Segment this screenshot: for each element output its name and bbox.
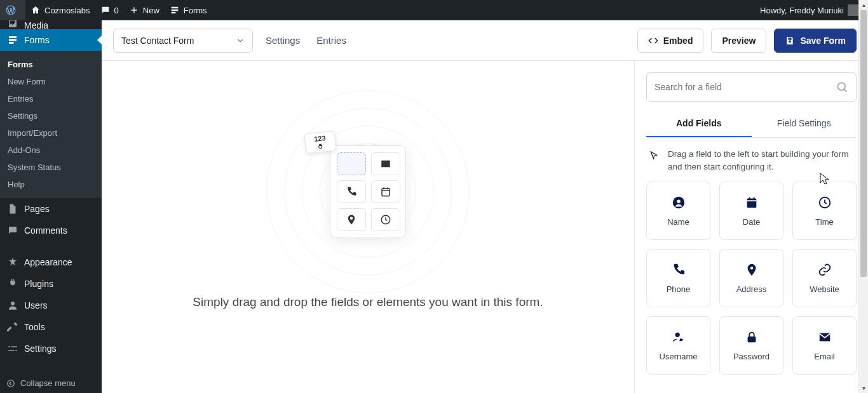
field-card-address[interactable]: Address — [719, 249, 783, 307]
admin-sidebar: Media Forms FormsNew FormEntriesSettings… — [0, 20, 102, 393]
tab-add-fields[interactable]: Add Fields — [646, 112, 752, 137]
canvas-placeholder: 123 — [273, 145, 463, 238]
save-form-button[interactable]: Save Form — [774, 29, 857, 53]
sidebar-item-settings[interactable]: Settings — [0, 338, 102, 359]
field-card-date[interactable]: Date — [719, 182, 783, 240]
field-grid: NameDateTimePhoneAddressWebsiteUsernameP… — [646, 182, 857, 380]
sidebar-item-tools[interactable]: Tools — [0, 316, 102, 338]
forms-adminbar-link[interactable]: Forms — [165, 0, 212, 20]
canvas-instruction: Simply drag and drop the fields or eleme… — [193, 295, 543, 309]
site-name-text: Cozmoslabs — [44, 6, 90, 15]
placeholder-float-tile: 123 — [304, 130, 336, 154]
sidebar-item-media[interactable]: Media — [0, 20, 102, 29]
save-label: Save Form — [800, 36, 846, 46]
sidebar-item-users[interactable]: Users — [0, 295, 102, 316]
chevron-down-icon — [236, 36, 245, 45]
embed-button[interactable]: Embed — [637, 29, 704, 53]
home-icon — [31, 5, 41, 15]
scroll-thumb[interactable] — [860, 10, 867, 277]
placeholder-cell — [337, 180, 366, 203]
sidebar-item-label: Tools — [24, 322, 45, 332]
placeholder-cell — [337, 208, 366, 231]
top-link-entries[interactable]: Entries — [316, 35, 346, 46]
users-icon — [6, 300, 19, 311]
map-pin-icon — [346, 214, 357, 225]
wordpress-icon — [5, 4, 17, 16]
svg-point-10 — [750, 267, 753, 270]
save-icon — [785, 36, 795, 46]
calendar-icon — [745, 196, 759, 210]
submenu-item[interactable]: Settings — [0, 107, 102, 124]
scroll-up-button[interactable]: ▴ — [859, 0, 868, 10]
main-content: Test Contact Form Settings Entries Embed… — [102, 20, 868, 393]
form-canvas[interactable]: 123 — [102, 61, 634, 393]
svg-point-6 — [677, 199, 681, 203]
comments-link[interactable]: 0 — [95, 0, 124, 20]
collapse-icon — [6, 379, 15, 388]
field-card-label: Email — [814, 352, 835, 361]
top-link-settings[interactable]: Settings — [266, 35, 300, 46]
collapse-menu[interactable]: Collapse menu — [0, 373, 102, 393]
comments-icon — [6, 225, 19, 236]
plugins-icon — [6, 278, 19, 290]
placeholder-cell — [371, 208, 400, 231]
link-icon — [818, 263, 832, 277]
field-card-label: Password — [733, 352, 770, 361]
calendar-icon — [380, 186, 391, 197]
media-icon — [6, 20, 19, 29]
tab-field-settings[interactable]: Field Settings — [752, 112, 857, 137]
field-card-time[interactable]: Time — [792, 182, 857, 240]
svg-rect-12 — [747, 336, 756, 342]
phone-icon — [346, 186, 357, 197]
preview-label: Preview — [722, 36, 756, 46]
embed-label: Embed — [663, 36, 693, 46]
form-selector-dropdown[interactable]: Test Contact Form — [113, 29, 253, 53]
howdy-account[interactable]: Howdy, Freddy Muriuki — [755, 0, 864, 20]
sidebar-item-label: Plugins — [24, 279, 53, 289]
sidebar-item-pages[interactable]: Pages — [0, 198, 102, 220]
field-card-email[interactable]: Email — [792, 316, 857, 375]
preview-button[interactable]: Preview — [711, 29, 766, 53]
forms-submenu: FormsNew FormEntriesSettingsImport/Expor… — [0, 51, 102, 198]
sidebar-item-forms[interactable]: Forms — [0, 29, 102, 51]
field-card-username[interactable]: Username — [646, 316, 710, 375]
panel-hint-text: Drag a field to the left to start buildi… — [668, 148, 854, 173]
submenu-item[interactable]: Help — [0, 176, 102, 193]
sidebar-item-label: Settings — [24, 343, 57, 354]
new-content-link[interactable]: New — [124, 0, 165, 20]
collapse-label: Collapse menu — [20, 378, 76, 388]
phone-icon — [672, 263, 686, 277]
submenu-item[interactable]: Import/Export — [0, 124, 102, 142]
submenu-item[interactable]: Add-Ons — [0, 142, 102, 159]
comments-count: 0 — [114, 6, 119, 15]
svg-rect-2 — [382, 188, 390, 196]
clock-icon — [380, 214, 391, 225]
clock-icon — [818, 196, 832, 210]
tools-icon — [6, 321, 19, 333]
sidebar-item-plugins[interactable]: Plugins — [0, 273, 102, 295]
field-card-phone[interactable]: Phone — [646, 249, 710, 307]
field-card-name[interactable]: Name — [646, 182, 710, 240]
wp-logo-menu[interactable] — [0, 0, 25, 20]
field-search[interactable] — [646, 72, 857, 102]
submenu-item[interactable]: Entries — [0, 90, 102, 107]
field-search-input[interactable] — [654, 82, 836, 92]
browser-scrollbar[interactable]: ▴ ▾ — [858, 0, 868, 393]
field-card-label: Website — [810, 284, 839, 294]
field-card-website[interactable]: Website — [792, 249, 857, 307]
wp-admin-bar: Cozmoslabs 0 New Forms Howdy, Freddy Mur… — [0, 0, 868, 20]
submenu-item[interactable]: New Form — [0, 73, 102, 90]
avatar — [848, 4, 859, 16]
submenu-item[interactable]: System Status — [0, 159, 102, 176]
plus-icon — [129, 5, 139, 15]
user-circle-icon — [672, 196, 686, 210]
sidebar-item-appearance[interactable]: Appearance — [0, 251, 102, 273]
form-editor-topbar: Test Contact Form Settings Entries Embed… — [102, 20, 868, 61]
submenu-item[interactable]: Forms — [0, 56, 102, 73]
field-card-password[interactable]: Password — [719, 316, 783, 375]
site-name-link[interactable]: Cozmoslabs — [25, 0, 95, 20]
scroll-down-button[interactable]: ▾ — [859, 383, 868, 393]
pages-icon — [6, 203, 19, 215]
sidebar-item-comments[interactable]: Comments — [0, 220, 102, 241]
svg-point-1 — [8, 380, 15, 387]
